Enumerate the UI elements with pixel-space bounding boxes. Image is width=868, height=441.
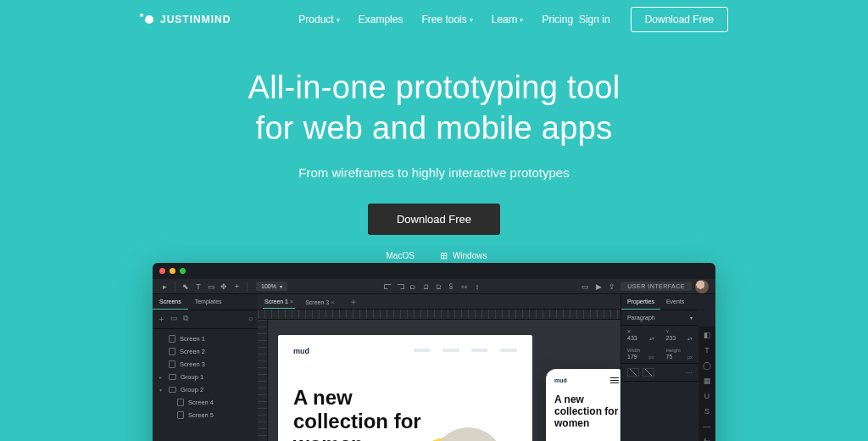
artboard-mobile[interactable]: mud A new collection for women (546, 369, 627, 441)
stroke-swatch[interactable] (643, 368, 654, 377)
prop-x[interactable]: X433▴▾ (621, 326, 660, 344)
artboard-web[interactable]: mud A new collection for women (278, 335, 532, 441)
windows-icon: ⊞ (440, 250, 448, 261)
align-center-v-icon[interactable]: ⫒ (434, 282, 444, 292)
nav-label: Learn (492, 14, 518, 25)
hand-tool-icon[interactable]: ✥ (219, 282, 229, 292)
chevron-down-icon[interactable]: ▾ (690, 315, 693, 321)
nav-product[interactable]: Product▾ (298, 14, 339, 25)
hero-download-button[interactable]: Download Free (368, 204, 500, 235)
tree-item-screen[interactable]: Screen 2 (153, 345, 258, 358)
platform-windows[interactable]: ⊞Windows (440, 250, 487, 261)
tree-item-group[interactable]: ▸Group 1 (153, 371, 258, 383)
canvas-tab[interactable]: Screen 3× (303, 295, 336, 309)
device-icon[interactable]: ▭ (580, 282, 590, 292)
logo-mark (140, 14, 155, 25)
caret-down-icon[interactable]: ▾ (159, 387, 164, 393)
fill-swatch[interactable] (627, 368, 639, 377)
prop-y[interactable]: Y233▴▾ (660, 326, 699, 344)
prop-height[interactable]: Height75px (660, 344, 699, 363)
stepper-icon[interactable]: ▴▾ (649, 335, 654, 341)
artboard-brand: mud (554, 377, 567, 383)
folder-icon (169, 387, 176, 393)
close-icon[interactable] (159, 268, 165, 274)
tab-properties[interactable]: Properties (621, 294, 660, 310)
signin-link[interactable]: Sign in (579, 14, 610, 25)
nav-free-tools[interactable]: Free tools▾ (421, 14, 472, 25)
effects-icon[interactable]: fx (702, 437, 712, 441)
download-free-button[interactable]: Download Free (631, 7, 728, 32)
tab-screens[interactable]: Screens (153, 294, 188, 310)
align-left-icon[interactable]: ⫍ (383, 282, 393, 292)
chevron-down-icon: ▾ (337, 16, 340, 24)
close-icon[interactable]: × (290, 299, 293, 304)
canvas-tab-label: Screen 3 (305, 299, 329, 305)
text-icon[interactable]: T (702, 345, 712, 355)
image-icon[interactable]: ▦ (702, 376, 712, 386)
canvas-tab[interactable]: Screen 1× (263, 294, 295, 309)
app-toolbar: ▸ ⬉ T ▭ ✥ ＋ 100%▾ ⫍ ⫎ ⫐ ⫑ ⫒ ⫓ ⇿ ↕ ▭ ▶ ⇪ … (153, 279, 715, 294)
add-screen-icon[interactable]: ＋ (158, 314, 165, 325)
align-center-h-icon[interactable]: ⫎ (396, 282, 406, 292)
text-tool-icon[interactable]: T (193, 282, 203, 292)
canvas-tab-label: Screen 1 (264, 299, 288, 304)
tab-templates[interactable]: Templates (188, 294, 229, 310)
duplicate-icon[interactable]: ⧉ (183, 314, 188, 325)
add-tab-icon[interactable]: ＋ (349, 296, 358, 308)
nav-label: Pricing (542, 14, 573, 25)
nav-label: Product (298, 14, 333, 25)
add-folder-icon[interactable]: ▭ (170, 314, 178, 325)
brand-logo[interactable]: JUSTINMIND (140, 14, 231, 25)
tree-item-screen[interactable]: Screen 3 (153, 358, 258, 371)
artboard-heading: A new collection for women (554, 394, 622, 429)
maximize-icon[interactable] (180, 268, 186, 274)
align-top-icon[interactable]: ⫑ (421, 282, 431, 292)
tree-item-screen[interactable]: Screen 1 (153, 332, 258, 345)
more-icon[interactable]: ⋯ (686, 369, 693, 377)
close-icon[interactable]: × (331, 299, 334, 305)
nav-label: Free tools (421, 14, 466, 25)
nav-examples[interactable]: Examples (359, 14, 403, 25)
component-icon[interactable]: ◧ (702, 330, 712, 340)
align-bottom-icon[interactable]: ⫓ (447, 282, 457, 292)
underline-icon[interactable]: U (702, 391, 712, 401)
pointer-icon[interactable]: ⬉ (181, 282, 191, 292)
distribute-h-icon[interactable]: ⇿ (459, 282, 470, 292)
line-icon[interactable]: ― (702, 421, 712, 432)
element-type-label: Paragraph (627, 315, 655, 321)
hero-subtitle: From wireframes to highly interactive pr… (0, 165, 868, 180)
shapes-icon[interactable]: ◯ (702, 360, 712, 371)
caret-right-icon[interactable]: ▸ (159, 374, 164, 380)
minimize-icon[interactable] (170, 268, 175, 274)
platform-macos[interactable]: MacOS (381, 251, 415, 260)
share-icon[interactable]: ⇪ (607, 282, 617, 292)
tree-label: Screen 4 (188, 399, 214, 406)
fill-row[interactable]: ⋯ (621, 364, 698, 382)
distribute-v-icon[interactable]: ↕ (472, 282, 482, 292)
platform-label: Windows (453, 251, 487, 260)
preview-icon[interactable]: ▶ (593, 282, 604, 292)
nav-pricing[interactable]: Pricing (542, 14, 573, 25)
file-icon (169, 348, 175, 355)
search-icon[interactable]: ⌕ (248, 314, 253, 325)
stepper-icon[interactable]: ▴▾ (687, 335, 693, 341)
canvas[interactable]: mud A new collection for women mud A new… (258, 320, 620, 441)
plus-icon[interactable]: ＋ (231, 282, 242, 292)
file-icon (169, 360, 175, 368)
tree-item-group[interactable]: ▾Group 2 (153, 383, 258, 396)
chevron-down-icon: ▾ (280, 283, 282, 289)
artboard-photo (415, 408, 517, 441)
nav-learn[interactable]: Learn▾ (492, 14, 524, 25)
rect-tool-icon[interactable]: ▭ (206, 282, 216, 292)
tab-events[interactable]: Events (660, 294, 690, 310)
workspace-label[interactable]: USER INTERFACE (620, 282, 692, 291)
prop-width[interactable]: Width179px (621, 344, 660, 363)
tree-item-screen[interactable]: Screen 5 (153, 409, 258, 421)
avatar[interactable] (695, 280, 709, 293)
align-right-icon[interactable]: ⫐ (409, 282, 419, 292)
zoom-selector[interactable]: 100%▾ (256, 282, 287, 291)
tree-item-screen[interactable]: Screen 4 (153, 396, 258, 409)
strike-icon[interactable]: S (702, 406, 712, 416)
play-icon[interactable]: ▸ (159, 282, 170, 292)
zoom-value: 100% (261, 283, 276, 289)
